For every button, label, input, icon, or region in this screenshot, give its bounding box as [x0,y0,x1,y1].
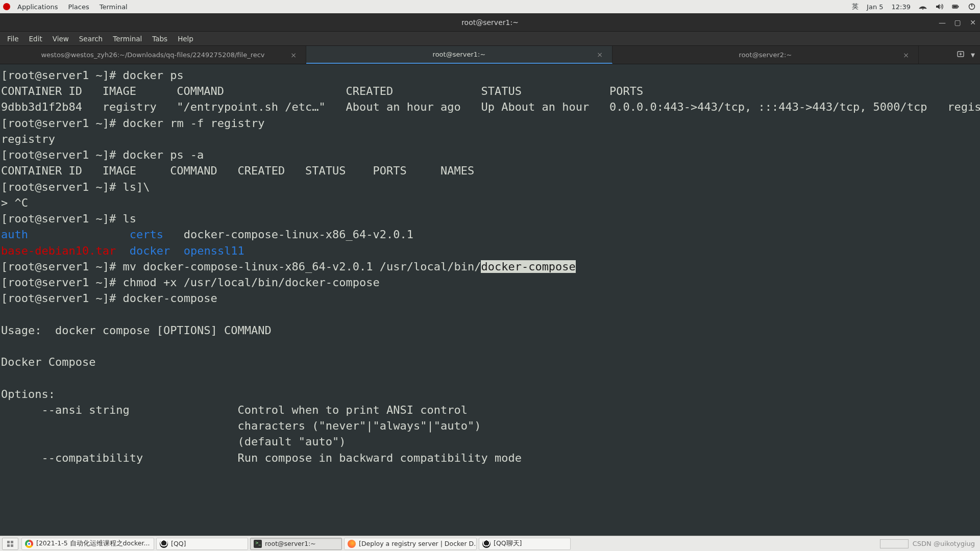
input-method-box[interactable] [880,539,909,548]
prompt: [root@server1 ~]# [1,212,122,225]
output-line: characters ("never"|"always"|"auto") [1,419,481,432]
prompt: [root@server1 ~]# [1,148,122,161]
svg-rect-9 [7,541,10,543]
svg-rect-10 [11,541,13,543]
battery-icon[interactable] [947,3,964,11]
menu-view[interactable]: View [47,33,74,45]
taskbar-item-label: [QQ] [171,540,186,547]
cmd-docker-ps: docker ps [122,69,183,82]
tab-label: root@server1:~ [433,51,486,58]
menu-file[interactable]: File [2,33,24,45]
chrome-icon [25,540,33,548]
gnome-top-panel: Applications Places Terminal 英 Jan 5 12:… [0,0,980,13]
svg-rect-2 [958,6,959,8]
taskbar-item-label: root@server1:~ [265,540,316,547]
activities-icon[interactable] [3,3,10,10]
terminal-icon: >_ [254,540,262,548]
output-line: 9dbb3d1f2b84 registry "/entrypoint.sh /e… [1,101,980,113]
ls-archive: base-debian10.tar [1,244,116,257]
app-menubar: File Edit View Search Terminal Tabs Help [0,32,980,46]
output-line: CONTAINER ID IMAGE COMMAND CREATED STATU… [1,85,980,97]
qq-icon [482,540,491,548]
output-line: --ansi string Control when to print ANSI… [1,404,468,416]
tab-label: root@server2:~ [739,51,792,59]
output-line: Usage: docker compose [OPTIONS] COMMAND [1,324,272,337]
ls-dir: auth [1,228,28,241]
taskbar-item-chrome[interactable]: [2021-1-5 自动化运维课程之docker... [21,538,154,550]
cmd-ls: ls [122,212,136,225]
menu-search[interactable]: Search [74,33,108,45]
svg-rect-3 [953,6,957,8]
taskbar-item-qq-chat[interactable]: [QQ聊天] [479,538,571,550]
tab-close-icon[interactable]: × [290,51,297,59]
ls-dir: certs [130,228,163,241]
prompt: [root@server1 ~]# [1,276,122,289]
qq-icon [160,540,168,548]
ls-file: docker-compose-linux-x86_64-v2.0.1 [184,228,413,241]
terminal-tab-2[interactable]: root@server2:~ × [612,46,919,64]
show-desktop-button[interactable] [2,538,18,550]
svg-rect-12 [11,544,13,547]
taskbar-item-label: [Deploy a registry server | Docker D... [359,540,477,547]
prompt: [root@server1 ~]# [1,117,122,130]
output-line: registry [1,133,55,145]
clock-time[interactable]: 12:39 [888,3,915,11]
menu-tabs[interactable]: Tabs [147,33,173,45]
cmd-docker-ps-a: docker ps -a [122,148,204,161]
csdn-watermark: CSDN @uikotygiug [913,540,975,547]
taskbar-item-label: [QQ聊天] [494,539,522,548]
tab-menu-dropdown-icon[interactable]: ▾ [971,50,975,60]
terminal-tab-1[interactable]: root@server1:~ × [306,46,612,64]
maximize-button[interactable]: ▢ [953,18,962,27]
tab-close-icon[interactable]: × [903,51,909,59]
close-button[interactable]: ✕ [969,18,977,27]
window-title: root@server1:~ [461,18,519,27]
selection-highlight: docker-compose [481,260,575,273]
power-icon[interactable] [964,3,980,11]
cmd-mv: mv docker-compose-linux-x86_64-v2.0.1 /u… [122,260,481,273]
terminal-output[interactable]: [root@server1 ~]# docker ps CONTAINER ID… [0,64,980,536]
menu-terminal[interactable]: Terminal [108,33,147,45]
terminal-tab-0[interactable]: westos@westos_zyh26:~/Downloads/qq-files… [0,46,306,64]
ls-dir: docker [130,244,170,257]
output-line: CONTAINER ID IMAGE COMMAND CREATED STATU… [1,164,474,177]
network-icon[interactable] [915,3,931,11]
menu-help[interactable]: Help [173,33,199,45]
output-line: > ^C [1,196,28,209]
output-line: Options: [1,388,55,400]
clock-date[interactable]: Jan 5 [863,3,887,11]
output-line: (default "auto") [1,435,346,448]
cmd-docker-rm: docker rm -f registry [122,117,264,130]
prompt: [root@server1 ~]# [1,260,122,273]
taskbar-item-qq[interactable]: [QQ] [156,538,248,550]
prompt: [root@server1 ~]# [1,181,122,193]
ls-dir: openssl11 [184,244,244,257]
prompt: [root@server1 ~]# [1,69,122,82]
terminal-menu[interactable]: Terminal [94,3,133,11]
new-tab-button[interactable] [957,50,965,60]
taskbar-item-label: [2021-1-5 自动化运维课程之docker... [36,539,150,548]
output-line: --compatibility Run compose in backward … [1,452,522,464]
output-line: Docker Compose [1,356,95,368]
applications-menu[interactable]: Applications [12,3,63,11]
minimize-button[interactable]: — [938,18,946,27]
svg-rect-11 [7,544,10,547]
bottom-taskbar: [2021-1-5 自动化运维课程之docker... [QQ] >_ root… [0,536,980,551]
volume-icon[interactable] [931,3,947,11]
input-method-indicator[interactable]: 英 [848,2,863,11]
tab-close-icon[interactable]: × [597,51,603,59]
taskbar-item-terminal[interactable]: >_ root@server1:~ [250,538,342,550]
firefox-icon [348,540,356,548]
prompt: [root@server1 ~]# [1,292,122,305]
cmd-line: ls]\ [122,181,150,193]
terminal-tabstrip: westos@westos_zyh26:~/Downloads/qq-files… [0,46,980,64]
taskbar-item-firefox[interactable]: [Deploy a registry server | Docker D... [344,538,477,550]
menu-edit[interactable]: Edit [24,33,47,45]
places-menu[interactable]: Places [63,3,94,11]
cmd-docker-compose: docker-compose [122,292,217,305]
tab-label: westos@westos_zyh26:~/Downloads/qq-files… [41,51,264,59]
cmd-chmod: chmod +x /usr/local/bin/docker-compose [122,276,379,289]
window-titlebar: root@server1:~ — ▢ ✕ [0,13,980,32]
svg-point-0 [922,9,923,10]
